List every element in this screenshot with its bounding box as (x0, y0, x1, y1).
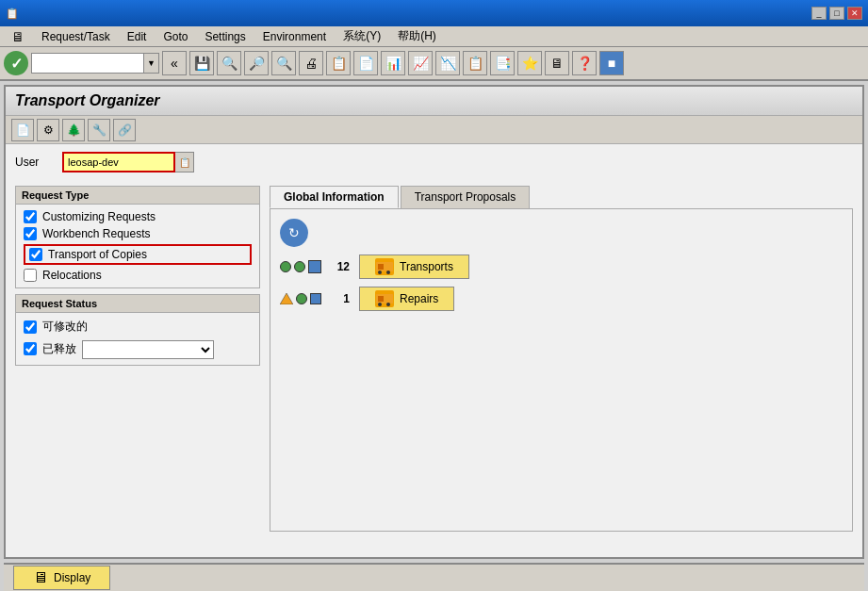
find3-btn[interactable]: 🔍 (271, 51, 296, 75)
view5-btn[interactable]: 📉 (435, 51, 460, 75)
tabs-header: Global Information Transport Proposals (270, 186, 853, 208)
modifiable-checkbox[interactable] (24, 320, 37, 334)
minimize-button[interactable]: _ (811, 7, 827, 20)
menu-edit[interactable]: Edit (120, 28, 155, 45)
nav-dropdown[interactable]: ▼ (31, 53, 159, 74)
find2-btn[interactable]: 🔎 (244, 51, 269, 75)
save-btn[interactable]: 💾 (189, 51, 214, 75)
svg-point-7 (378, 303, 382, 306)
tab-content: ↻ 12 (270, 208, 853, 532)
right-panel: Global Information Transport Proposals ↻… (270, 186, 853, 532)
nav-input[interactable] (31, 53, 144, 74)
repairs-icon (375, 290, 394, 307)
request-status-group: Request Status 可修改的 已释放 (15, 294, 260, 366)
print-btn[interactable]: 🖨 (299, 51, 323, 75)
menu-help[interactable]: 帮助(H) (390, 26, 444, 46)
display-icon: 🖥 (33, 569, 48, 586)
svg-rect-1 (378, 264, 384, 270)
add-btn[interactable]: ⚙ (37, 119, 59, 141)
title-bar-left: 📋 (6, 8, 19, 20)
menu-settings[interactable]: Settings (197, 28, 253, 45)
svg-point-3 (386, 271, 390, 274)
view-btn[interactable]: 📋 (326, 51, 351, 75)
repairs-count: 1 (331, 292, 350, 305)
menu-environment[interactable]: Environment (255, 28, 334, 45)
screen-btn[interactable]: 🖥 (545, 51, 569, 75)
customizing-requests-label: Customizing Requests (42, 210, 156, 223)
new-doc-btn[interactable]: 📄 (11, 119, 34, 141)
tab-global-information[interactable]: Global Information (270, 186, 399, 208)
released-row: 已释放 (24, 340, 252, 359)
menu-icon: 🖥 (4, 27, 32, 46)
tab-transport-proposals[interactable]: Transport Proposals (401, 186, 531, 208)
repairs-svg-icon (376, 291, 393, 306)
find-btn[interactable]: 🔍 (217, 51, 241, 75)
section-title-text: Transport Organizer (15, 92, 160, 108)
triangle-icon (280, 293, 293, 304)
repairs-label: Repairs (400, 292, 438, 305)
title-bar-controls[interactable]: _ □ ✕ (811, 7, 862, 20)
nav-dropdown-arrow[interactable]: ▼ (144, 53, 159, 74)
tree-btn[interactable]: 🌲 (62, 119, 85, 141)
view7-btn[interactable]: 📑 (490, 51, 515, 75)
view2-btn[interactable]: 📄 (353, 51, 378, 75)
request-status-title: Request Status (16, 295, 259, 313)
transport-copies-label: Transport of Copies (48, 248, 147, 261)
title-bar: 📋 _ □ ✕ (0, 0, 868, 26)
menu-request-task[interactable]: Request/Task (34, 28, 118, 45)
dot-green-3 (296, 293, 307, 304)
transports-label: Transports (400, 260, 453, 273)
custom-btn[interactable]: ■ (599, 51, 624, 75)
section-title: Transport Organizer (6, 87, 862, 116)
request-type-title: Request Type (16, 187, 259, 205)
dot-green-1 (280, 261, 291, 272)
svg-rect-6 (378, 296, 384, 302)
menu-goto[interactable]: Goto (156, 28, 195, 45)
close-button[interactable]: ✕ (847, 7, 862, 20)
user-row: User 📋 (6, 144, 862, 180)
toolbar: ✓ ▼ « 💾 🔍 🔎 🔍 🖨 📋 📄 📊 📈 📉 📋 📑 ⭐ 🖥 ❓ ■ (0, 47, 868, 81)
refresh-row: ↻ (280, 219, 843, 247)
modifiable-row: 可修改的 (24, 319, 252, 335)
customizing-requests-checkbox[interactable] (24, 210, 37, 223)
relocations-checkbox[interactable] (24, 269, 37, 282)
view6-btn[interactable]: 📋 (463, 51, 487, 75)
refresh-icon[interactable]: ↻ (280, 219, 308, 247)
user-input-wrapper: 📋 (62, 152, 194, 172)
svg-point-2 (378, 271, 382, 274)
transports-count: 12 (331, 260, 350, 273)
repairs-button[interactable]: Repairs (359, 287, 454, 311)
transports-button[interactable]: Transports (359, 254, 469, 279)
display-button[interactable]: 🖥 Display (13, 566, 110, 590)
settings-btn[interactable]: ⭐ (517, 51, 542, 75)
square-blue-1 (308, 260, 321, 273)
menu-system[interactable]: 系统(Y) (336, 26, 388, 46)
triangle-dots (280, 293, 293, 304)
left-panel: Request Type Customizing Requests Workbe… (15, 186, 260, 532)
request-type-content: Customizing Requests Workbench Requests … (16, 205, 259, 287)
transport-copies-checkbox[interactable] (29, 248, 42, 261)
user-input[interactable] (62, 152, 175, 172)
transports-dots (280, 260, 321, 273)
released-dropdown[interactable] (82, 340, 214, 359)
modifiable-label: 可修改的 (42, 319, 88, 335)
main-content: Transport Organizer 📄 ⚙ 🌲 🔧 🔗 User 📋 Req… (4, 85, 864, 559)
config-btn[interactable]: 🔧 (88, 119, 110, 141)
request-status-content: 可修改的 已释放 (16, 313, 259, 365)
svg-point-8 (386, 303, 390, 306)
view3-btn[interactable]: 📊 (381, 51, 405, 75)
repairs-row: 1 Repairs (280, 287, 843, 311)
released-checkbox-row: 已释放 (24, 341, 76, 357)
inner-toolbar: 📄 ⚙ 🌲 🔧 🔗 (6, 116, 862, 144)
prev-btn[interactable]: « (162, 51, 187, 75)
help-btn[interactable]: ❓ (572, 51, 597, 75)
released-checkbox[interactable] (24, 342, 37, 355)
restore-button[interactable]: □ (829, 7, 844, 20)
dot-square-3 (310, 293, 321, 304)
workbench-requests-label: Workbench Requests (42, 227, 151, 240)
workbench-requests-checkbox[interactable] (24, 227, 37, 240)
transport-copies-row: Transport of Copies (24, 244, 252, 265)
extra-btn[interactable]: 🔗 (113, 119, 136, 141)
user-lookup-btn[interactable]: 📋 (175, 152, 194, 172)
view4-btn[interactable]: 📈 (408, 51, 433, 75)
